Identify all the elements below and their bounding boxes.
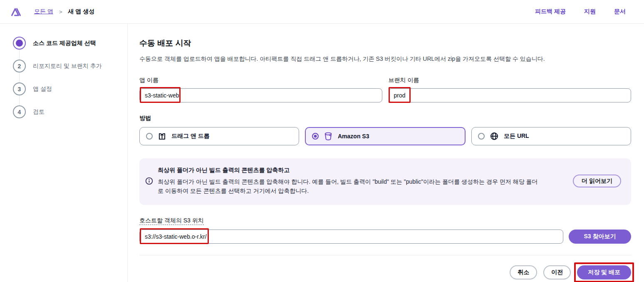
step-4-number: 4 bbox=[13, 105, 26, 118]
s3-bucket-icon bbox=[324, 132, 332, 140]
app-name-input[interactable] bbox=[139, 88, 382, 102]
method-amazon-s3-label: Amazon S3 bbox=[338, 133, 369, 140]
page-description: 수동으로 객체를 업로드하여 앱을 배포합니다. 아티팩트를 직접 드래그 앤 … bbox=[139, 55, 631, 63]
page-title: 수동 배포 시작 bbox=[139, 38, 631, 49]
amplify-logo-icon[interactable] bbox=[10, 6, 22, 17]
breadcrumb-separator-icon: > bbox=[59, 9, 62, 15]
radio-unselected[interactable] bbox=[146, 133, 153, 140]
s3-location-label-text[interactable]: 호스트할 객체의 S3 위치 bbox=[139, 217, 204, 225]
info-icon bbox=[145, 177, 153, 185]
method-drag-drop-label: 드래그 앤 드롭 bbox=[171, 132, 210, 140]
step-1-label: 소스 코드 제공업체 선택 bbox=[33, 40, 96, 47]
s3-location-label: 호스트할 객체의 S3 위치 bbox=[139, 217, 631, 225]
branch-name-input[interactable] bbox=[389, 88, 632, 102]
step-3-number: 3 bbox=[13, 82, 26, 95]
upload-icon bbox=[158, 132, 166, 140]
support-link[interactable]: 지원 bbox=[584, 8, 596, 15]
breadcrumb-current-page: 새 앱 생성 bbox=[68, 8, 94, 15]
step-3-label: 앱 설정 bbox=[33, 85, 52, 93]
save-and-deploy-button[interactable]: 저장 및 배포 bbox=[577, 265, 631, 280]
step-item-select-source-provider[interactable]: 소스 코드 제공업체 선택 bbox=[13, 37, 127, 50]
cancel-button[interactable]: 취소 bbox=[510, 265, 537, 280]
step-item-review: 4 검토 bbox=[13, 105, 127, 118]
method-options: 드래그 앤 드롭 Amazon S3 bbox=[139, 127, 631, 145]
step-item-add-repo-branch: 2 리포지토리 및 브랜치 추가 bbox=[13, 60, 127, 72]
app-name-field-group: 앱 이름 bbox=[139, 77, 382, 102]
method-option-drag-drop[interactable]: 드래그 앤 드롭 bbox=[139, 127, 299, 145]
step-item-app-settings: 3 앱 설정 bbox=[13, 82, 127, 95]
name-fields-row: 앱 이름 브랜치 이름 bbox=[139, 77, 631, 102]
wizard-steps-sidebar: 소스 코드 제공업체 선택 2 리포지토리 및 브랜치 추가 3 앱 설정 4 … bbox=[0, 24, 128, 282]
s3-location-row: S3 찾아보기 bbox=[139, 230, 631, 244]
method-any-url-label: 모든 URL bbox=[504, 132, 529, 140]
info-alert-body: 최상위 폴더가 아닌 빌드 출력의 콘텐츠를 압축해야 합니다. 예를 들어, … bbox=[158, 177, 540, 196]
globe-icon bbox=[490, 132, 498, 140]
method-section-label: 방법 bbox=[139, 115, 631, 122]
breadcrumb: 모든 앱 > 새 앱 생성 bbox=[34, 8, 94, 15]
footer-divider bbox=[139, 255, 631, 255]
docs-link[interactable]: 문서 bbox=[614, 8, 626, 15]
browse-s3-button[interactable]: S3 찾아보기 bbox=[569, 230, 631, 244]
radio-unselected[interactable] bbox=[478, 133, 485, 140]
top-header: 모든 앱 > 새 앱 생성 피드백 제공 지원 문서 bbox=[0, 0, 644, 24]
main-content: 수동 배포 시작 수동으로 객체를 업로드하여 앱을 배포합니다. 아티팩트를 … bbox=[128, 24, 644, 282]
breadcrumb-all-apps-link[interactable]: 모든 앱 bbox=[34, 8, 53, 15]
read-more-button[interactable]: 더 읽어보기 bbox=[573, 175, 621, 187]
method-option-amazon-s3[interactable]: Amazon S3 bbox=[305, 127, 466, 145]
steps-list: 소스 코드 제공업체 선택 2 리포지토리 및 브랜치 추가 3 앱 설정 4 … bbox=[13, 37, 127, 118]
info-alert-title: 최상위 폴더가 아닌 빌드 출력의 콘텐츠를 압축하고 bbox=[158, 167, 556, 174]
app-name-label: 앱 이름 bbox=[139, 77, 382, 84]
step-4-label: 검토 bbox=[33, 108, 45, 116]
info-alert: 최상위 폴더가 아닌 빌드 출력의 콘텐츠를 압축하고 최상위 폴더가 아닌 빌… bbox=[139, 158, 631, 205]
method-option-any-url[interactable]: 모든 URL bbox=[471, 127, 631, 145]
radio-selected[interactable] bbox=[312, 133, 319, 140]
feedback-link[interactable]: 피드백 제공 bbox=[535, 8, 566, 15]
wizard-actions: 취소 이전 저장 및 배포 bbox=[139, 265, 631, 280]
branch-name-field-group: 브랜치 이름 bbox=[389, 77, 632, 102]
step-2-number: 2 bbox=[13, 60, 26, 72]
s3-location-input[interactable] bbox=[139, 230, 563, 244]
previous-button[interactable]: 이전 bbox=[543, 265, 571, 280]
info-alert-content: 최상위 폴더가 아닌 빌드 출력의 콘텐츠를 압축하고 최상위 폴더가 아닌 빌… bbox=[158, 167, 568, 196]
step-1-active-indicator bbox=[13, 37, 26, 50]
branch-name-label: 브랜치 이름 bbox=[389, 77, 632, 84]
header-nav: 피드백 제공 지원 문서 bbox=[535, 8, 626, 15]
step-2-label: 리포지토리 및 브랜치 추가 bbox=[33, 62, 102, 70]
